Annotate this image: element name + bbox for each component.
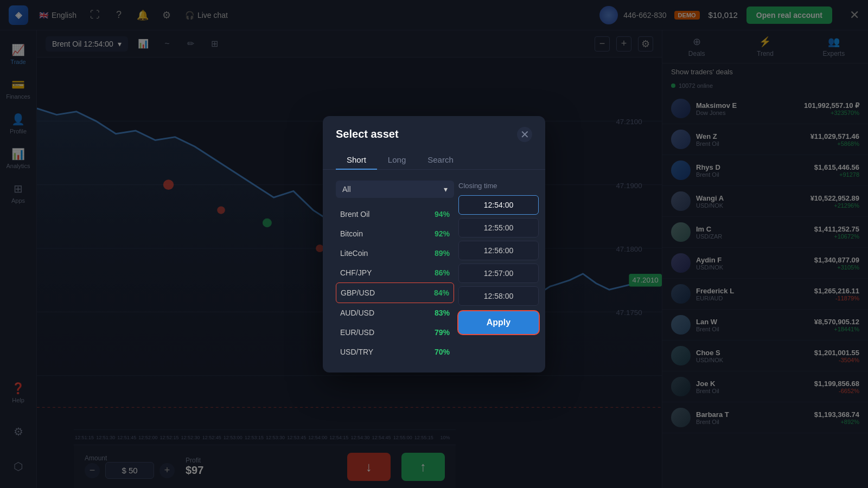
asset-name: USD/TRY — [340, 348, 373, 356]
asset-pct: 84% — [434, 288, 449, 297]
asset-name: CHF/JPY — [340, 268, 372, 277]
filter-label: All — [342, 185, 351, 194]
select-asset-modal: Select asset ✕ Short Long Search All ▾ B… — [323, 116, 545, 373]
asset-filter-dropdown[interactable]: All ▾ — [336, 181, 454, 198]
asset-name: LiteCoin — [340, 249, 368, 258]
time-option-1257[interactable]: 12:57:00 — [458, 264, 539, 283]
asset-name: Bitcoin — [340, 229, 363, 238]
asset-name: AUD/USD — [340, 309, 374, 317]
tab-search[interactable]: Search — [417, 151, 464, 170]
asset-name: GBP/USD — [341, 288, 375, 297]
filter-chevron-icon: ▾ — [444, 185, 448, 194]
time-option-1256[interactable]: 12:56:00 — [458, 241, 539, 260]
asset-pct: 86% — [435, 268, 450, 277]
time-option-1258[interactable]: 12:58:00 — [458, 286, 539, 306]
asset-pct: 79% — [435, 328, 450, 337]
modal-asset-list: All ▾ Brent Oil 94% Bitcoin 92% LiteCoin… — [323, 181, 458, 362]
asset-row-litecoin[interactable]: LiteCoin 89% — [336, 243, 454, 263]
asset-row-bitcoin[interactable]: Bitcoin 92% — [336, 224, 454, 243]
modal-overlay: Select asset ✕ Short Long Search All ▾ B… — [0, 0, 868, 488]
asset-pct: 92% — [435, 229, 450, 238]
modal-title: Select asset — [336, 128, 399, 140]
closing-time-label: Closing time — [458, 181, 539, 190]
asset-name: Brent Oil — [340, 210, 369, 219]
time-option-1255[interactable]: 12:55:00 — [458, 218, 539, 237]
asset-pct: 89% — [435, 249, 450, 258]
tab-long[interactable]: Long — [377, 151, 417, 170]
tab-short[interactable]: Short — [336, 151, 377, 170]
asset-row-usd-try[interactable]: USD/TRY 70% — [336, 342, 454, 362]
asset-name: EUR/USD — [340, 328, 374, 337]
modal-tabs: Short Long Search — [323, 151, 545, 170]
modal-closing-time: Closing time 12:54:00 12:55:00 12:56:00 … — [458, 181, 545, 362]
asset-row-aud-usd[interactable]: AUD/USD 83% — [336, 303, 454, 323]
asset-row-brent-oil[interactable]: Brent Oil 94% — [336, 204, 454, 224]
asset-row-chf-jpy[interactable]: CHF/JPY 86% — [336, 263, 454, 282]
asset-row-gbp-usd[interactable]: GBP/USD 84% — [336, 282, 454, 303]
time-option-1254[interactable]: 12:54:00 — [458, 195, 539, 215]
asset-pct: 70% — [435, 348, 450, 356]
asset-pct: 83% — [435, 309, 450, 317]
apply-button[interactable]: Apply — [458, 311, 539, 334]
asset-pct: 94% — [435, 210, 450, 219]
modal-header: Select asset ✕ — [323, 116, 545, 151]
asset-row-eur-usd[interactable]: EUR/USD 79% — [336, 323, 454, 342]
modal-close-button[interactable]: ✕ — [517, 127, 532, 142]
modal-body: All ▾ Brent Oil 94% Bitcoin 92% LiteCoin… — [323, 170, 545, 373]
